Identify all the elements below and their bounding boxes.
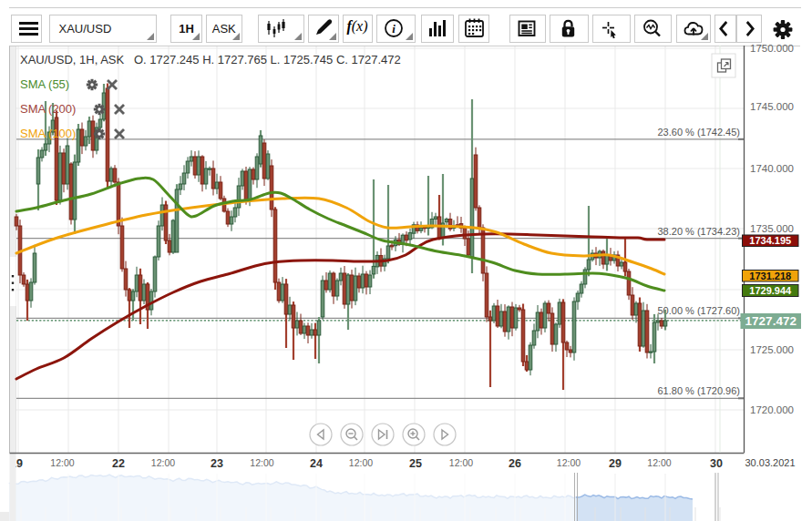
svg-text:1720.000: 1720.000 (750, 404, 794, 415)
svg-text:50.00 % (1727.60): 50.00 % (1727.60) (657, 305, 740, 316)
svg-text:23.60 % (1742.45): 23.60 % (1742.45) (657, 127, 740, 138)
svg-text:12:00: 12:00 (349, 457, 373, 468)
svg-text:1725.000: 1725.000 (750, 344, 794, 355)
svg-text:12:00: 12:00 (557, 457, 581, 468)
svg-text:1734.195: 1734.195 (749, 235, 791, 246)
svg-text:12:00: 12:00 (647, 457, 671, 468)
svg-text:38.20 % (1734.23): 38.20 % (1734.23) (657, 226, 740, 237)
svg-text:1727.472: 1727.472 (745, 314, 797, 328)
svg-text:XAU/USD, 1H, ASK O. 1727.245: XAU/USD, 1H, ASK O. 1727.245 H. 1727.765… (20, 53, 401, 66)
svg-text:1731.218: 1731.218 (749, 271, 791, 281)
svg-text:30: 30 (710, 457, 723, 470)
svg-text:30.03.2021: 30.03.2021 (745, 457, 795, 468)
svg-text:1735.000: 1735.000 (750, 223, 794, 234)
svg-text:22: 22 (112, 457, 125, 470)
svg-text:24: 24 (310, 457, 323, 470)
svg-text:25: 25 (409, 457, 422, 470)
svg-text:1729.944: 1729.944 (749, 285, 792, 296)
svg-text:SMA (200): SMA (200) (20, 102, 76, 116)
svg-text:1750.000: 1750.000 (750, 43, 794, 54)
svg-text:12:00: 12:00 (449, 457, 473, 468)
svg-text:SMA (100): SMA (100) (20, 127, 76, 140)
svg-text:61.80 % (1720.96): 61.80 % (1720.96) (657, 385, 740, 396)
svg-text:12:00: 12:00 (151, 457, 175, 468)
svg-text:1740.000: 1740.000 (750, 163, 794, 174)
svg-text:12:00: 12:00 (250, 457, 273, 468)
svg-text:1745.000: 1745.000 (750, 101, 794, 112)
svg-text:29: 29 (609, 457, 622, 470)
svg-text:23: 23 (211, 457, 223, 470)
svg-text:SMA (55): SMA (55) (20, 77, 69, 91)
svg-text:12:00: 12:00 (50, 457, 74, 468)
svg-text:i: i (392, 22, 396, 36)
svg-text:26: 26 (509, 457, 521, 470)
